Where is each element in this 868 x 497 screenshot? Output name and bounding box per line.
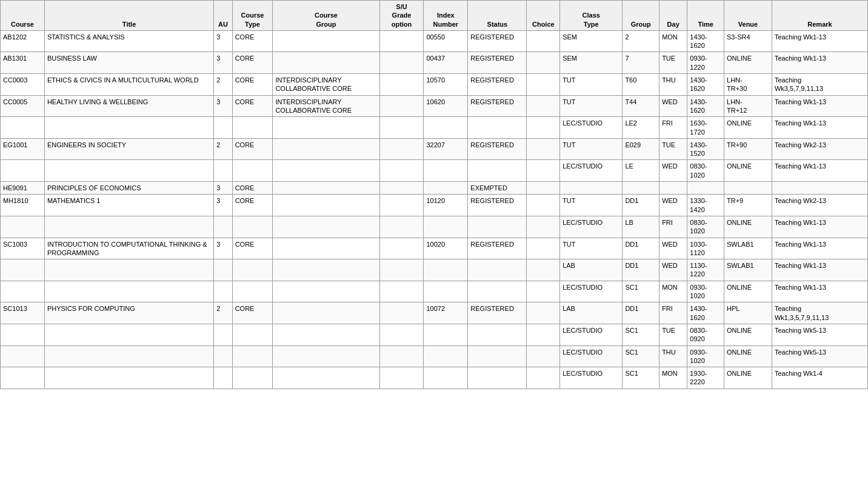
cell-course: CC0003: [1, 74, 45, 96]
cell-status: REGISTERED: [468, 302, 527, 324]
cell-course: [1, 345, 45, 367]
cell-choice: [527, 52, 560, 74]
cell-course-type: [232, 367, 273, 389]
cell-group: LB: [623, 216, 659, 238]
cell-time: 1330- 1420: [687, 195, 724, 216]
cell-title: INTRODUCTION TO COMPUTATIONAL THINKING &…: [44, 238, 213, 259]
cell-title: [44, 216, 213, 238]
cell-time: 1030- 1120: [687, 238, 724, 259]
cell-status: REGISTERED: [468, 238, 527, 259]
cell-course-group: [273, 367, 379, 389]
cell-class-type: LEC/STUDIO: [560, 160, 623, 182]
table-row: CC0005HEALTHY LIVING & WELLBEING3COREINT…: [1, 95, 868, 117]
cell-su-grade: [379, 238, 424, 259]
cell-group: E029: [623, 138, 659, 160]
cell-class-type: TUT: [560, 74, 623, 96]
cell-status: REGISTERED: [468, 52, 527, 74]
cell-group: SC1: [623, 345, 659, 367]
cell-au: 2: [214, 74, 232, 96]
cell-course-type: [232, 160, 273, 182]
cell-venue: S3-SR4: [724, 30, 772, 52]
cell-remark: Teaching Wk1-13: [772, 160, 867, 182]
cell-course: AB1301: [1, 52, 45, 74]
cell-title: [44, 324, 213, 345]
cell-venue: HPL: [724, 302, 772, 324]
cell-venue: ONLINE: [724, 52, 772, 74]
cell-choice: [527, 74, 560, 96]
cell-title: ETHICS & CIVICS IN A MULTICULTURAL WORLD: [44, 74, 213, 96]
table-row: AB1301BUSINESS LAW3CORE00437REGISTEREDSE…: [1, 52, 868, 74]
cell-index-number: 10072: [424, 302, 468, 324]
cell-day: WED: [659, 95, 687, 117]
cell-au: 3: [214, 195, 232, 216]
cell-index-number: 00437: [424, 52, 468, 74]
cell-su-grade: [379, 74, 424, 96]
table-row: SC1013PHYSICS FOR COMPUTING2CORE10072REG…: [1, 302, 868, 324]
cell-index-number: [424, 117, 468, 139]
cell-day: [659, 182, 687, 195]
cell-choice: [527, 238, 560, 259]
cell-class-type: LEC/STUDIO: [560, 367, 623, 389]
cell-title: PRINCIPLES OF ECONOMICS: [44, 182, 213, 195]
cell-status: [468, 281, 527, 302]
cell-au: [214, 281, 232, 302]
cell-su-grade: [379, 281, 424, 302]
cell-venue: LHN- TR+12: [724, 95, 772, 117]
cell-au: [214, 324, 232, 345]
cell-status: REGISTERED: [468, 95, 527, 117]
cell-course-group: [273, 259, 379, 281]
cell-remark: Teaching Wk1-4: [772, 367, 867, 389]
table-row: LEC/STUDIOLEWED0830- 1020ONLINETeaching …: [1, 160, 868, 182]
cell-status: [468, 259, 527, 281]
cell-title: BUSINESS LAW: [44, 52, 213, 74]
cell-course-group: [273, 138, 379, 160]
cell-venue: TR+90: [724, 138, 772, 160]
cell-day: THU: [659, 74, 687, 96]
cell-choice: [527, 259, 560, 281]
cell-venue: LHN- TR+30: [724, 74, 772, 96]
cell-class-type: LAB: [560, 302, 623, 324]
cell-au: 3: [214, 182, 232, 195]
cell-index-number: [424, 259, 468, 281]
cell-time: 1130- 1220: [687, 259, 724, 281]
cell-venue: ONLINE: [724, 324, 772, 345]
cell-index-number: 32207: [424, 138, 468, 160]
table-row: LABDD1WED1130- 1220SWLAB1Teaching Wk1-13: [1, 259, 868, 281]
cell-class-type: LEC/STUDIO: [560, 345, 623, 367]
cell-choice: [527, 95, 560, 117]
cell-course-group: [273, 324, 379, 345]
header-status: Status: [468, 1, 527, 31]
cell-course: [1, 281, 45, 302]
cell-time: 1630- 1720: [687, 117, 724, 139]
cell-su-grade: [379, 195, 424, 216]
cell-title: [44, 367, 213, 389]
cell-index-number: 10570: [424, 74, 468, 96]
cell-class-type: LEC/STUDIO: [560, 216, 623, 238]
cell-su-grade: [379, 259, 424, 281]
cell-title: STATISTICS & ANALYSIS: [44, 30, 213, 52]
cell-day: WED: [659, 160, 687, 182]
cell-index-number: [424, 281, 468, 302]
cell-course: [1, 117, 45, 139]
cell-course-type: CORE: [232, 195, 273, 216]
cell-status: REGISTERED: [468, 74, 527, 96]
cell-remark: Teaching Wk5-13: [772, 324, 867, 345]
cell-status: [468, 216, 527, 238]
cell-class-type: LEC/STUDIO: [560, 117, 623, 139]
cell-index-number: 00550: [424, 30, 468, 52]
course-schedule-container: Course Title AU Course Type Course Group…: [0, 0, 868, 389]
cell-course-group: INTERDISCIPLINARY COLLABORATIVE CORE: [273, 95, 379, 117]
cell-venue: ONLINE: [724, 160, 772, 182]
table-row: LEC/STUDIOSC1MON0930- 1020ONLINETeaching…: [1, 281, 868, 302]
cell-remark: Teaching Wk5-13: [772, 345, 867, 367]
cell-course-type: [232, 117, 273, 139]
cell-day: FRI: [659, 216, 687, 238]
cell-au: 3: [214, 30, 232, 52]
table-row: LEC/STUDIOSC1MON1930- 2220ONLINETeaching…: [1, 367, 868, 389]
cell-index-number: [424, 345, 468, 367]
cell-class-type: TUT: [560, 195, 623, 216]
cell-day: MON: [659, 367, 687, 389]
cell-time: 0830- 0920: [687, 324, 724, 345]
cell-day: TUE: [659, 324, 687, 345]
cell-remark: Teaching Wk1-13: [772, 259, 867, 281]
